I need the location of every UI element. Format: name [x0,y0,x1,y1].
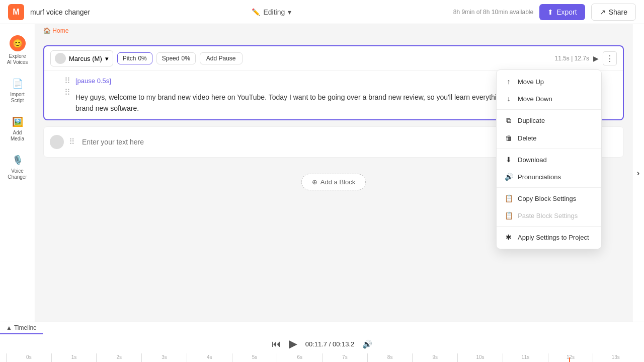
menu-divider [497,226,601,227]
main-layout: 😊 Explore AI Voices 📄 Import Script 🖼️ A… [0,24,644,322]
sidebar-item-label: Add Media [7,130,29,142]
timeline-playhead [569,357,570,362]
sidebar-item-add-media[interactable]: 🖼️ Add Media [3,111,33,147]
topbar-center: ✏️ Editing ▾ [96,6,447,19]
ruler-tick: 4s [187,353,232,362]
plus-icon: ⊕ [312,178,317,186]
voice-avatar [55,53,66,64]
context-menu: ↑ Move Up ↓ Move Down ⧉ Duplicate 🗑 Dele… [496,69,602,249]
chevron-down-icon: ▾ [105,55,109,62]
import-script-icon: 📄 [12,78,24,90]
block-toolbar: Marcus (M) ▾ Pitch 0% Speed 0% Add Pause [44,46,623,71]
breadcrumb[interactable]: 🏠 Home [35,24,632,37]
add-media-icon: 🖼️ [12,116,24,128]
download-icon: ⬇ [505,156,513,164]
drag-handle-icon[interactable]: ⠿ [69,137,75,147]
credits-display: 8h 9min of 8h 10min available [453,9,533,16]
copy-settings-icon: 📋 [505,194,513,202]
delete-icon: 🗑 [505,134,513,142]
export-button[interactable]: ⬆ Export [539,4,585,20]
topbar: M murf voice changer ✏️ Editing ▾ 8h 9mi… [0,0,644,24]
sidebar-item-explore-voices[interactable]: 😊 Explore AI Voices [3,30,33,70]
drag-handle-icon[interactable]: ⠿ [64,88,70,97]
editing-mode-button[interactable]: ✏️ Editing ▾ [246,6,297,19]
sidebar: 😊 Explore AI Voices 📄 Import Script 🖼️ A… [0,24,35,322]
sidebar-item-label: Voice Changer [7,168,29,180]
pitch-button[interactable]: Pitch 0% [117,52,152,64]
timeline-controls: ⏮ ▶ 00:11.7 / 00:13.2 🔊 [0,334,644,353]
speed-button[interactable]: Speed 0% [156,52,196,64]
menu-item-paste-settings: 📋 Paste Block Settings [497,207,601,224]
menu-item-move-up[interactable]: ↑ Move Up [497,73,601,90]
play-button[interactable]: ▶ [289,337,297,350]
pencil-icon: ✏️ [252,8,260,16]
move-up-icon: ↑ [505,78,513,86]
voice-changer-icon: 🎙️ [12,154,24,166]
ruler-tick: 5s [232,353,277,362]
volume-button[interactable]: 🔊 [362,339,372,349]
more-options-button[interactable]: ⋮ [603,51,617,65]
block-play-button[interactable]: ▶ [593,54,599,62]
ruler-tick: 8s [367,353,413,362]
menu-item-delete[interactable]: 🗑 Delete [497,129,601,147]
time-display: 00:11.7 / 00:13.2 [305,340,355,348]
ruler-tick: 11s [503,353,548,362]
menu-item-duplicate[interactable]: ⧉ Duplicate [497,112,601,129]
pronunciations-icon: 🔊 [505,173,513,181]
share-button[interactable]: ↗ Share [591,4,636,21]
sidebar-item-voice-changer[interactable]: 🎙️ Voice Changer [3,149,33,185]
sidebar-item-label: Import Script [7,92,29,104]
right-panel-toggle[interactable]: › [632,24,644,322]
ruler-tick: 7s [322,353,367,362]
avatar: 😊 [10,35,26,51]
sidebar-item-import-script[interactable]: 📄 Import Script [3,73,33,109]
duration-display: 11.5s | 12.7s [555,55,590,62]
add-block-button[interactable]: ⊕ Add a Block [301,174,366,190]
export-icon: ⬆ [547,8,553,16]
ruler-tick: 12s [548,353,593,362]
topbar-right: 8h 9min of 8h 10min available ⬆ Export ↗… [453,4,636,21]
chevron-right-icon: › [637,169,639,178]
menu-item-apply-settings[interactable]: ✱ Apply Settings to Project [497,229,601,246]
chevron-up-icon: ▲ [6,324,12,331]
chevron-down-icon: ▾ [288,8,291,16]
timeline-ruler: 0s1s2s3s4s5s6s7s8s9s10s11s12s13s [0,353,644,362]
ruler-tick: 2s [96,353,141,362]
menu-item-download[interactable]: ⬇ Download [497,151,601,168]
skip-back-button[interactable]: ⏮ [272,339,281,349]
move-down-icon: ↓ [505,95,513,103]
timeline-tab-label: Timeline [14,324,37,331]
duplicate-icon: ⧉ [505,116,513,125]
block-toolbar-right: 11.5s | 12.7s ▶ ⋮ [555,51,617,65]
menu-item-move-down[interactable]: ↓ Move Down [497,90,601,107]
app-logo: M [8,4,24,20]
ruler-tick: 1s [51,353,97,362]
timeline-tab[interactable]: ▲ Timeline [0,322,43,334]
voice-selector[interactable]: Marcus (M) ▾ [50,50,113,66]
menu-divider [497,187,601,188]
pause-tag[interactable]: [pause 0.5s] [75,77,111,85]
share-icon: ↗ [600,8,606,16]
content-area: 🏠 Home Marcus (M) ▾ Pitch 0% Speed [35,24,632,322]
apply-settings-icon: ✱ [505,233,513,241]
timeline-area: ▲ Timeline ⏮ ▶ 00:11.7 / 00:13.2 🔊 0s1s2… [0,322,644,362]
menu-item-pronunciations[interactable]: 🔊 Pronunciations [497,168,601,185]
menu-divider [497,149,601,149]
voice-name: Marcus (M) [69,55,102,62]
sidebar-item-label: Explore AI Voices [7,53,29,65]
menu-item-copy-settings[interactable]: 📋 Copy Block Settings [497,190,601,207]
drag-handle-icon[interactable]: ⠿ [64,76,70,86]
ruler-tick: 0s [6,353,51,362]
add-pause-button[interactable]: Add Pause [200,52,243,64]
menu-divider [497,109,601,110]
ruler-tick: 3s [141,353,187,362]
voice-avatar-empty [50,135,64,149]
app-title: murf voice changer [30,8,90,16]
editing-label: Editing [263,8,285,16]
ruler-tick: 10s [457,353,503,362]
paste-settings-icon: 📋 [505,211,513,220]
ruler-tick: 13s [593,353,638,362]
ruler-tick: 6s [277,353,322,362]
ruler-tick: 9s [412,353,457,362]
